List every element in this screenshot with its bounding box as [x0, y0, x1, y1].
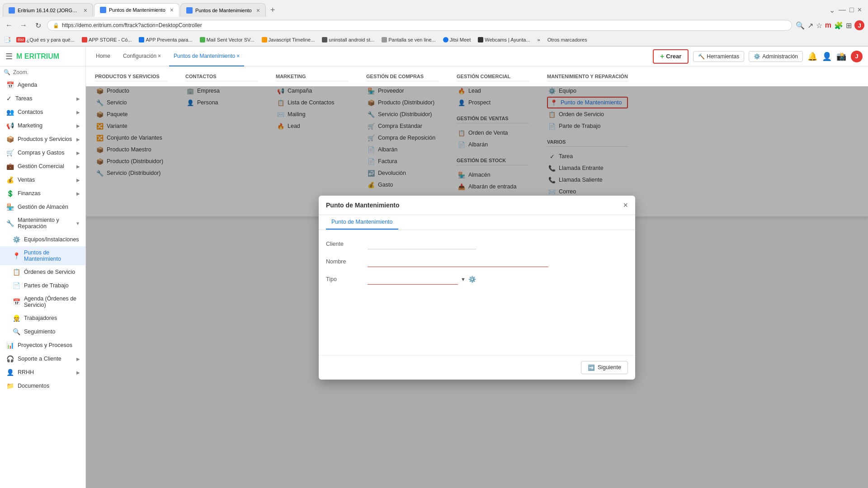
- social-icon[interactable]: 📸: [836, 52, 846, 61]
- sidebar-label-finanzas: Finanzas: [18, 190, 41, 197]
- sidebar-item-comercial[interactable]: 💼Gestión Comercial ▶: [0, 160, 85, 173]
- compras-icon: 🛒: [6, 149, 14, 156]
- bookmark-more[interactable]: »: [535, 36, 543, 43]
- select-tipo[interactable]: [368, 274, 458, 285]
- sidebar-item-compras[interactable]: 🛒Compras y Gastos ▶: [0, 146, 85, 160]
- bookmark-5[interactable]: Javascript Timeline...: [259, 36, 318, 43]
- sidebar-item-agenda-os[interactable]: 📅Agenda (Órdenes de Servicio): [0, 292, 85, 311]
- tipo-select-container: ▼ ⚙️: [368, 274, 628, 285]
- notif-icon[interactable]: 🔔: [807, 52, 817, 61]
- sidebar-item-tareas[interactable]: ✓Tareas ▶: [0, 92, 85, 105]
- browser-tab-1[interactable]: Eritrium 16.14.02 (JORGE HERRES... ×: [3, 3, 93, 17]
- browser-tab-3[interactable]: Puntos de Mantenimiento ×: [180, 3, 266, 17]
- contactos-icon: 👥: [6, 108, 14, 116]
- dialog-close-button[interactable]: ×: [623, 201, 628, 209]
- bookmark-7[interactable]: Pantalla se ven line...: [379, 36, 439, 43]
- tab-close-3[interactable]: ×: [256, 7, 260, 14]
- back-button[interactable]: ←: [4, 20, 14, 31]
- app-logo[interactable]: M ERITRIUM: [16, 52, 59, 61]
- tab-puntos-close[interactable]: ×: [236, 53, 240, 59]
- bookmark-6[interactable]: uninstall android st...: [319, 36, 377, 43]
- crear-plus-icon: +: [660, 52, 664, 61]
- tab-config-close[interactable]: ×: [158, 53, 161, 59]
- tab-config[interactable]: Configuración ×: [118, 47, 165, 66]
- tab-close-1[interactable]: ×: [84, 7, 87, 14]
- bk-label-webcam: Webcams | Ayunta...: [485, 37, 530, 42]
- extension-m[interactable]: m: [825, 21, 831, 29]
- minimize-btn[interactable]: —: [839, 6, 846, 14]
- administracion-icon: ⚙️: [754, 53, 760, 60]
- sidebar-item-soporte[interactable]: 🎧Soporte a Cliente ▶: [0, 352, 85, 366]
- extension-grid[interactable]: ⊞: [846, 21, 852, 30]
- input-nombre[interactable]: [368, 257, 548, 267]
- address-bar[interactable]: 🔒 https://demo.eritrium.com/ftrack?actio…: [47, 20, 792, 31]
- administracion-button[interactable]: ⚙️ Administración: [749, 51, 803, 62]
- bookmark-others[interactable]: Otros marcadores: [545, 36, 590, 43]
- bookmark-3[interactable]: APP Preventa para...: [136, 36, 195, 43]
- sidebar-item-rrhh[interactable]: 👤RRHH ▶: [0, 366, 85, 379]
- bk-label-2: APP STORE - Có...: [89, 37, 132, 42]
- comercial-icon: 💼: [6, 163, 14, 170]
- sidebar-item-puntos[interactable]: 📍Puntos de Mantenimiento: [0, 246, 85, 265]
- hamburger-menu[interactable]: ☰: [5, 52, 13, 61]
- chevron-rrhh: ▶: [76, 370, 80, 375]
- sidebar-item-mantenimiento[interactable]: 🔧Mantenimiento y Reparación ▼: [0, 214, 85, 233]
- sidebar-item-marketing[interactable]: 📢Marketing ▶: [0, 119, 85, 132]
- sidebar-item-productos[interactable]: 📦Productos y Servicios ▶: [0, 132, 85, 146]
- close-btn[interactable]: ×: [858, 6, 862, 14]
- share-icon[interactable]: ↗: [807, 21, 813, 30]
- sidebar-item-trabajadores[interactable]: 👷Trabajadores: [0, 311, 85, 325]
- sidebar-item-proyectos[interactable]: 📊Proyectos y Procesos: [0, 338, 85, 352]
- herramientas-button[interactable]: 🔨 Herramientas: [693, 51, 744, 62]
- tab-puntos[interactable]: Puntos de Mantenimiento ×: [169, 47, 244, 66]
- bk-icon-webcam: [478, 37, 483, 42]
- mega-col-title-mantenimiento: MANTENIMIENTO Y REPARACIÓN: [547, 74, 628, 81]
- sidebar-item-finanzas[interactable]: 💲Finanzas ▶: [0, 187, 85, 200]
- input-cliente[interactable]: [368, 239, 476, 249]
- administracion-label: Administración: [762, 53, 798, 60]
- label-tipo: Tipo: [326, 276, 362, 282]
- user-avatar-app[interactable]: J: [851, 51, 863, 62]
- refresh-button[interactable]: ↻: [33, 20, 43, 31]
- user-avatar[interactable]: J: [854, 20, 864, 30]
- sidebar-search[interactable]: 🔍 Zoom.: [0, 66, 85, 78]
- extension-puzzle[interactable]: 🧩: [834, 21, 843, 30]
- tab-home[interactable]: Home: [91, 47, 115, 66]
- dialog-overlay: Punto de Mantenimiento × Punto de Manten…: [86, 86, 868, 488]
- sidebar-item-contactos[interactable]: 👥Contactos ▶: [0, 105, 85, 119]
- bookmark-1[interactable]: BM ¿Qué es y para qué...: [14, 36, 77, 43]
- tipo-settings-icon[interactable]: ⚙️: [468, 276, 476, 283]
- bk-icon-4: [200, 37, 205, 42]
- bookmark-jitsi[interactable]: Jitsi Meet: [440, 36, 473, 43]
- sidebar-item-equipos[interactable]: ⚙️Equipos/Instalaciones: [0, 233, 85, 246]
- dialog-tab-main[interactable]: Punto de Mantenimiento: [326, 215, 398, 230]
- browser-tab-2[interactable]: Puntos de Mantenimiento ×: [94, 3, 179, 17]
- favicon-2: [100, 7, 106, 13]
- bookmark-icon[interactable]: ☆: [816, 21, 822, 30]
- forward-button[interactable]: →: [18, 20, 29, 31]
- sidebar-label-compras: Compras y Gastos: [18, 150, 65, 156]
- sidebar-item-agenda[interactable]: 📅Agenda: [0, 78, 85, 92]
- sidebar-item-documentos[interactable]: 📁Documentos: [0, 379, 85, 393]
- maximize-btn[interactable]: □: [849, 6, 854, 14]
- sidebar-item-ventas[interactable]: 💰Ventas ▶: [0, 173, 85, 187]
- sidebar-item-partes[interactable]: 📄Partes de Trabajo: [0, 279, 85, 292]
- trabajadores-icon: 👷: [13, 314, 20, 322]
- search-icon[interactable]: 🔍: [796, 21, 805, 30]
- siguiente-button[interactable]: ➡️ Siguiente: [581, 361, 628, 374]
- chevron-tareas: ▶: [76, 96, 80, 101]
- herramientas-icon: 🔨: [698, 53, 705, 60]
- crear-button[interactable]: + Crear: [653, 49, 689, 64]
- sidebar-item-almacen[interactable]: 🏪Gestión de Almacén: [0, 200, 85, 214]
- bookmark-webcam[interactable]: Webcams | Ayunta...: [475, 36, 533, 43]
- sidebar-item-seguimiento[interactable]: 🔍Seguimiento: [0, 325, 85, 338]
- bookmark-2[interactable]: APP STORE - Có...: [79, 36, 135, 43]
- mega-menu-overlay: PRODUCTOS Y SERVICIOS 📦Producto 🔧Servici…: [86, 66, 868, 488]
- bookmark-4[interactable]: Mail Sent Vector SV...: [197, 36, 257, 43]
- tab-list-btn[interactable]: ⌄: [829, 6, 835, 14]
- sidebar-item-ordenes[interactable]: 📋Órdenes de Servicio: [0, 265, 85, 279]
- user-icon[interactable]: 👤: [822, 52, 832, 61]
- sidebar-label-productos: Productos y Servicios: [18, 136, 72, 142]
- tab-close-2[interactable]: ×: [170, 7, 174, 13]
- new-tab-button[interactable]: +: [267, 4, 279, 17]
